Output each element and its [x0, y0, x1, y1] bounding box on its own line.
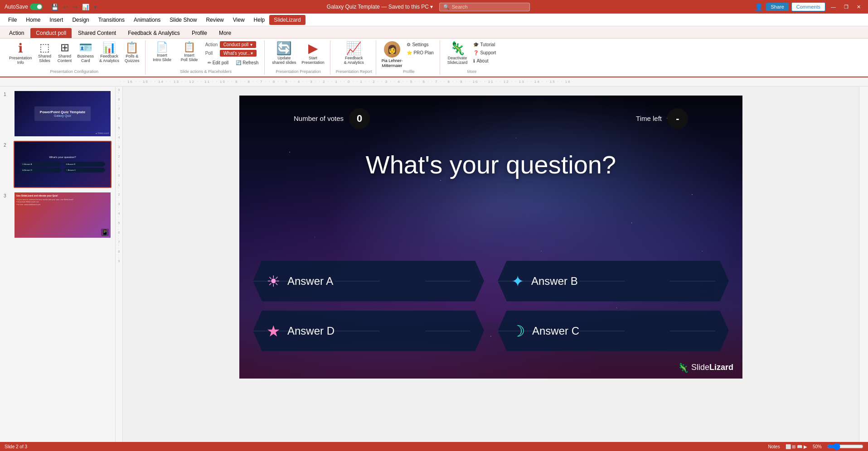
report-content: 📈 Feedback& Analytics [342, 41, 366, 68]
answer-a[interactable]: ☀ Answer A [253, 261, 484, 302]
action-dropdown[interactable]: Conduct poll ▾ [220, 41, 256, 48]
logo-lizard: Lizard [709, 363, 733, 372]
tab-conduct-poll[interactable]: Conduct poll [30, 28, 72, 38]
zoom-slider[interactable] [827, 443, 863, 450]
slide-content: Number of votes 0 Time left - What's you… [239, 96, 742, 379]
slide-preview-1[interactable]: PowerPoint Quiz Template Galaxy Quiz ● S… [14, 90, 112, 137]
slide-thumb-3[interactable]: 3 Use SlideLizard and elevate your Quiz!… [4, 192, 112, 239]
menu-design[interactable]: Design [68, 15, 93, 25]
slide-thumb-2[interactable]: 2 What's your question? ☀ Answer A ✦ Ans… [4, 141, 112, 188]
answer-c-icon: ☽ [511, 322, 525, 340]
tab-profile[interactable]: Profile [186, 28, 213, 38]
group-label-slide-actions: Slide actions & Placeholders [180, 69, 232, 74]
tab-feedback-analytics[interactable]: Feedback & Analytics [122, 28, 185, 38]
slide1-subtitle: Galaxy Quiz [40, 114, 85, 117]
menu-file[interactable]: File [4, 15, 21, 25]
feedback-analytics-button[interactable]: 📊 Feedback& Analytics [97, 41, 121, 64]
poll-dropdown[interactable]: What's your... ▾ [220, 50, 257, 57]
answer-d[interactable]: ★ Answer D [253, 311, 484, 351]
menu-home[interactable]: Home [21, 15, 45, 25]
slide-thumb-1[interactable]: 1 PowerPoint Quiz Template Galaxy Quiz ●… [4, 90, 112, 137]
ribbon-group-more: 🦎 DeactivateSlideLizard 🎓 Tutorial ❓ Sup… [442, 40, 502, 75]
deactivate-button[interactable]: 🦎 DeactivateSlideLizard [446, 41, 470, 66]
about-button[interactable]: ℹ About [471, 58, 498, 64]
menu-review[interactable]: Review [201, 15, 228, 25]
restore-button[interactable]: ❐ [841, 3, 851, 11]
start-presentation-button[interactable]: ▶ StartPresentation [300, 41, 326, 66]
slide-preview-3[interactable]: Use SlideLizard and elevate your Quiz! •… [14, 192, 112, 239]
search-icon: 🔍 [443, 4, 450, 10]
shared-content-button[interactable]: ⊞ SharedContent [56, 41, 74, 64]
refresh-button[interactable]: 🔄 Refresh [233, 59, 261, 66]
tab-action[interactable]: Action [4, 28, 29, 38]
undo-button[interactable]: ↩ [62, 3, 69, 11]
answer-b[interactable]: ✦ Answer B [498, 261, 729, 302]
slide-preview-inner-1: PowerPoint Quiz Template Galaxy Quiz ● S… [15, 91, 111, 136]
close-button[interactable]: ✕ [854, 3, 863, 11]
polls-icon: 📋 [125, 42, 139, 53]
logo-slide: Slide [691, 363, 709, 372]
autosave-toggle[interactable] [30, 4, 43, 10]
business-card-button[interactable]: 🪪 BusinessCard [76, 41, 96, 64]
slide-preview-inner-2: What's your question? ☀ Answer A ✦ Answe… [15, 142, 111, 187]
more-quick-btn[interactable]: ▾ [92, 3, 98, 11]
slide2-question: What's your question? [49, 156, 76, 158]
feedback-report-button[interactable]: 📈 Feedback& Analytics [342, 41, 366, 66]
menu-slidelizard[interactable]: SlideLizard [269, 15, 305, 25]
refresh-label: Refresh [242, 60, 258, 65]
menu-animations[interactable]: Animations [129, 15, 165, 25]
answer-c[interactable]: ☽ Answer C [498, 311, 729, 351]
insert-intro-slide-button[interactable]: 📄 InsertIntro Slide [151, 41, 174, 63]
search-bar[interactable]: 🔍 Search [439, 3, 530, 11]
poll-row: Poll What's your... ▾ [205, 50, 261, 57]
menu-slideshow[interactable]: Slide Show [165, 15, 201, 25]
menu-view[interactable]: View [228, 15, 249, 25]
slide1-title: PowerPoint Quiz Template [40, 110, 85, 114]
update-shared-slides-button[interactable]: 🔄 Updateshared slides [270, 41, 298, 66]
tab-shared-content[interactable]: Shared Content [73, 28, 121, 38]
shared-slides-label: SharedSlides [38, 54, 51, 63]
canvas-area[interactable]: Number of votes 0 Time left - What's you… [123, 86, 859, 443]
slide2-content: What's your question? ☀ Answer A ✦ Answe… [15, 142, 111, 187]
minimize-button[interactable]: — [828, 3, 839, 10]
menu-transitions[interactable]: Transitions [94, 15, 129, 25]
time-value: - [676, 113, 679, 125]
menu-insert[interactable]: Insert [45, 15, 68, 25]
business-card-icon: 🪪 [79, 42, 92, 53]
autosave-area[interactable]: AutoSave [5, 4, 43, 10]
feedback-icon: 📊 [102, 42, 116, 53]
tab-more[interactable]: More [213, 28, 237, 38]
main-slide[interactable]: Number of votes 0 Time left - What's you… [239, 96, 742, 379]
redo-button[interactable]: ↪ [71, 3, 79, 11]
pro-plan-button[interactable]: ⭐ PRO Plan [404, 49, 436, 56]
shared-slides-button[interactable]: ⬚ SharedSlides [36, 41, 54, 64]
title-bar-left: AutoSave 💾 ↩ ↪ 📊 ▾ [5, 3, 102, 11]
title-dropdown-arrow[interactable]: ▾ [430, 4, 433, 10]
slide2-answers: ☀ Answer A ✦ Answer B ★ Answer D ☽ Answe… [19, 162, 106, 173]
notes-label[interactable]: Notes [768, 444, 780, 449]
logo-text: SlideLizard [691, 363, 733, 372]
polls-quizzes-button[interactable]: 📋 Polls &Quizzes [123, 41, 141, 64]
more-content: 🦎 DeactivateSlideLizard 🎓 Tutorial ❓ Sup… [446, 41, 499, 68]
settings-button[interactable]: ⚙ Settings [404, 41, 436, 48]
time-label: Time left [636, 115, 662, 122]
menu-help[interactable]: Help [249, 15, 270, 25]
edit-poll-button[interactable]: ✏ Edit poll [205, 59, 231, 66]
comments-button[interactable]: Comments [791, 2, 825, 11]
support-button[interactable]: ❓ Support [471, 49, 498, 56]
user-avatar: 👤 [754, 3, 763, 11]
share-button[interactable]: Share [766, 3, 788, 11]
ribbon-group-content: ℹ PresentationInfo ⬚ SharedSlides ⊞ Shar… [7, 41, 141, 68]
presentation-info-button[interactable]: ℹ PresentationInfo [7, 41, 34, 66]
slide-preview-2[interactable]: What's your question? ☀ Answer A ✦ Answe… [14, 141, 112, 188]
menu-bar: File Home Insert Design Transitions Anim… [0, 14, 868, 26]
tutorial-button[interactable]: 🎓 Tutorial [471, 41, 498, 48]
profile-avatar: 👩 [384, 41, 400, 58]
save-button[interactable]: 💾 [50, 3, 60, 11]
slide1-title-box: PowerPoint Quiz Template Galaxy Quiz [34, 106, 91, 121]
presentation-button[interactable]: 📊 [81, 3, 91, 11]
ribbon-group-slide-actions: 📄 InsertIntro Slide 📋 InsertPoll Slide A… [147, 40, 265, 75]
question-text[interactable]: What's your question? [239, 150, 742, 179]
insert-poll-slide-button[interactable]: 📋 InsertPoll Slide [178, 41, 201, 63]
update-icon: 🔄 [276, 42, 292, 55]
